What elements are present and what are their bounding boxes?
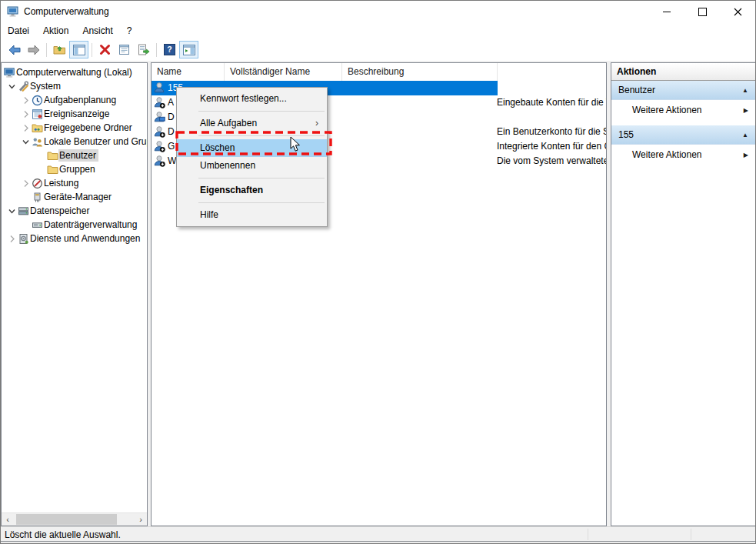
user-name: G xyxy=(168,141,175,152)
clock-icon xyxy=(32,95,43,106)
actions-item-weitere-aktionen-benutzer[interactable]: Weitere Aktionen ▶ xyxy=(611,100,755,120)
actions-item-weitere-aktionen-155[interactable]: Weitere Aktionen ▶ xyxy=(611,145,755,165)
chevron-right-icon[interactable] xyxy=(19,94,32,106)
menu-item-umbenennen[interactable]: Umbenennen xyxy=(177,157,327,175)
show-hide-action-pane-button[interactable] xyxy=(179,41,198,58)
tree-item-dienste-und-anwendungen[interactable]: Dienste und Anwendungen xyxy=(2,232,147,245)
menu-item-eigenschaften[interactable]: Eigenschaften xyxy=(177,182,327,199)
close-icon xyxy=(734,8,742,16)
scroll-right-arrow-icon[interactable]: › xyxy=(135,513,147,525)
user-description: Die vom System verwalteten und ... xyxy=(497,155,607,166)
tree-item-label: Datenspeicher xyxy=(30,205,89,216)
user-disabled-icon xyxy=(153,125,165,138)
delete-x-icon xyxy=(99,44,111,55)
context-menu: Kennwort festlegen... Alle Aufgaben › Lö… xyxy=(176,87,328,227)
title-bar: Computerverwaltung xyxy=(1,1,755,22)
services-icon xyxy=(18,233,29,245)
actions-section-benutzer-header[interactable]: Benutzer ▲ xyxy=(611,81,755,100)
menu-item-hilfe[interactable]: Hilfe xyxy=(177,206,327,224)
collapse-arrow-icon[interactable]: ▲ xyxy=(742,87,748,94)
menu-datei[interactable]: Datei xyxy=(8,24,37,38)
export-list-button[interactable] xyxy=(134,41,153,58)
tree-horizontal-scrollbar[interactable]: ‹ › xyxy=(2,512,147,526)
help-button[interactable]: ? xyxy=(160,41,179,58)
delete-button[interactable] xyxy=(95,41,115,58)
chevron-right-icon[interactable] xyxy=(5,232,18,245)
user-description: Integrierte Konten für den Gastzu... xyxy=(497,141,607,152)
chevron-right-icon[interactable] xyxy=(19,177,32,189)
show-hide-console-tree-button[interactable] xyxy=(69,41,88,58)
tree-item-label: Freigegebene Ordner xyxy=(44,122,132,133)
device-icon xyxy=(32,192,43,203)
user-description: Ein Benutzerkonto für die System... xyxy=(497,126,607,137)
scrollbar-thumb[interactable] xyxy=(16,514,117,525)
column-header-beschreibung[interactable]: Beschreibung xyxy=(342,63,498,81)
actions-pane: Aktionen Benutzer ▲ Weitere Aktionen ▶ 1… xyxy=(611,62,756,526)
event-viewer-icon xyxy=(32,108,43,120)
chevron-none xyxy=(19,191,32,203)
actions-item-label: Weitere Aktionen xyxy=(632,105,702,115)
actions-section-155-header[interactable]: 155 ▲ xyxy=(611,125,755,145)
user-name: D xyxy=(168,112,175,122)
status-separator xyxy=(691,529,691,540)
tree-item-computerverwaltung-lokal[interactable]: Computerverwaltung (Lokal) xyxy=(2,65,147,79)
actions-section-gap xyxy=(611,120,755,125)
menu-aktion[interactable]: Aktion xyxy=(43,24,76,38)
menu-item-kennwort-festlegen[interactable]: Kennwort festlegen... xyxy=(177,90,327,108)
tree-item-system[interactable]: System xyxy=(2,79,147,93)
column-header-vollstaendiger-name[interactable]: Vollständiger Name xyxy=(225,63,342,81)
maximize-button[interactable] xyxy=(684,1,720,22)
tree-item-leistung[interactable]: Leistung xyxy=(2,176,147,190)
properties-button[interactable] xyxy=(115,41,134,58)
menu-hilfe[interactable]: ? xyxy=(127,24,140,38)
chevron-down-icon[interactable] xyxy=(19,135,32,148)
help-icon: ? xyxy=(164,44,175,55)
user-name: A xyxy=(168,97,174,108)
actions-item-label: Weitere Aktionen xyxy=(632,149,702,160)
scroll-left-arrow-icon[interactable]: ‹ xyxy=(2,513,14,525)
column-header-name[interactable]: Name xyxy=(152,63,225,81)
user-icon xyxy=(153,82,165,94)
chevron-down-icon[interactable] xyxy=(5,80,18,92)
tree-item-lokale-benutzer-und-gruppen[interactable]: Lokale Benutzer und Gruppen xyxy=(2,135,147,149)
up-level-button[interactable] xyxy=(50,41,69,58)
menu-separator xyxy=(198,135,325,136)
chevron-down-icon[interactable] xyxy=(5,205,18,217)
menu-item-loeschen[interactable]: Löschen xyxy=(177,139,327,157)
tree-item-ereignisanzeige[interactable]: Ereignisanzeige xyxy=(2,107,147,121)
tree-item-label: Gruppen xyxy=(59,164,95,175)
properties-icon xyxy=(118,44,130,55)
collapse-arrow-icon[interactable]: ▲ xyxy=(742,132,748,139)
menu-bar: Datei Aktion Ansicht ? xyxy=(1,22,755,38)
tree-item-label: Benutzer xyxy=(59,150,96,161)
tree-item-label: Ereignisanzeige xyxy=(44,108,109,119)
back-button[interactable] xyxy=(5,41,24,58)
menu-item-alle-aufgaben[interactable]: Alle Aufgaben › xyxy=(177,115,327,132)
chevron-right-icon[interactable] xyxy=(19,108,32,120)
close-button[interactable] xyxy=(720,1,755,22)
toolbar-separator xyxy=(92,43,92,57)
tree-item-aufgabenplanung[interactable]: Aufgabenplanung xyxy=(2,93,147,107)
menu-separator xyxy=(198,202,325,203)
forward-arrow-icon xyxy=(28,44,40,56)
folder-icon xyxy=(47,150,58,162)
chevron-right-icon[interactable] xyxy=(19,122,32,134)
tree-item-datenspeicher[interactable]: Datenspeicher xyxy=(2,204,147,218)
actions-pane-title: Aktionen xyxy=(611,63,755,81)
tree-item-freigegebene-ordner[interactable]: Freigegebene Ordner xyxy=(2,121,147,135)
submenu-arrow-icon: › xyxy=(315,115,318,132)
export-list-icon xyxy=(138,44,150,55)
back-arrow-icon xyxy=(8,44,21,56)
tree-item-datentraegerverwaltung[interactable]: Datenträgerverwaltung xyxy=(2,218,147,232)
computer-management-app-icon xyxy=(7,5,19,18)
tree-item-geraete-manager[interactable]: Geräte-Manager xyxy=(2,190,147,204)
tree-item-label: Datenträgerverwaltung xyxy=(44,219,137,230)
menu-ansicht[interactable]: Ansicht xyxy=(82,24,120,38)
tree-item-gruppen[interactable]: Gruppen xyxy=(2,162,147,176)
chevron-none xyxy=(19,219,32,231)
tree-item-benutzer[interactable]: Benutzer xyxy=(2,149,147,162)
forward-button[interactable] xyxy=(24,41,43,58)
user-name: W xyxy=(168,155,176,166)
minimize-button[interactable] xyxy=(649,1,684,22)
tree-item-label: Dienste und Anwendungen xyxy=(30,233,140,244)
